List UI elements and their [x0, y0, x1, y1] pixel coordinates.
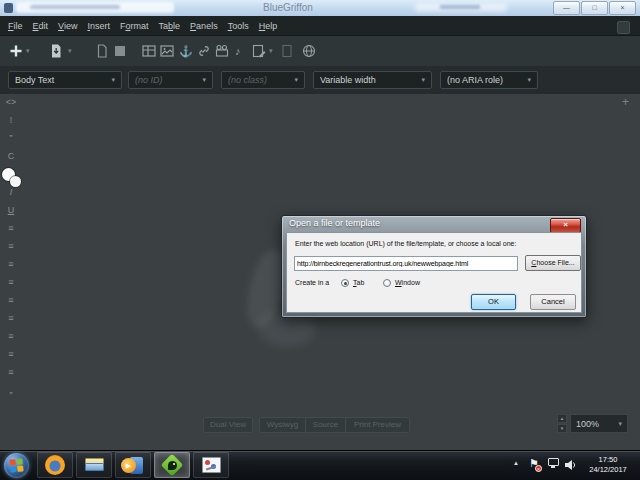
width-select[interactable]: Variable width ▾ [313, 71, 432, 89]
cancel-button[interactable]: Cancel [530, 294, 576, 310]
restore-button[interactable]: □ [581, 1, 608, 15]
menu-help[interactable]: Help [254, 16, 283, 36]
outdent-icon[interactable]: ≡ [8, 368, 13, 377]
form-icon[interactable] [251, 43, 267, 59]
clock-date: 24/12/2017 [586, 465, 630, 475]
desktop: BlueGriffon — □ × FileEditViewInsertForm… [0, 0, 640, 480]
taskbar-explorer-button[interactable] [76, 452, 112, 478]
close-button[interactable]: × [609, 1, 636, 15]
chevron-down-icon: ▾ [294, 76, 298, 84]
aria-role-select[interactable]: (no ARIA role) ▾ [440, 71, 538, 89]
main-toolbar: ▾ ▾ ⚓ ♪ ▾ [0, 36, 640, 67]
start-button[interactable] [4, 453, 29, 478]
justify-icon[interactable]: ≡ [8, 332, 13, 341]
class-select[interactable]: (no class) ▾ [221, 71, 305, 89]
align-right-icon[interactable]: ≡ [8, 314, 13, 323]
align-left-icon[interactable]: ≡ [8, 278, 13, 287]
taskbar-paint-button[interactable] [193, 452, 229, 478]
tab-radio[interactable] [341, 279, 349, 287]
zoom-spinner: ▴ ▾ [557, 414, 567, 434]
globe-icon[interactable] [301, 43, 317, 59]
indent-icon[interactable]: ≡ [8, 350, 13, 359]
anchor-icon[interactable]: ⚓ [179, 45, 193, 58]
align-center-icon[interactable]: ≡ [8, 296, 13, 305]
menu-file[interactable]: File [3, 16, 28, 36]
format-bar: Body Text ▾ (no ID) ▾ (no class) ▾ Varia… [0, 66, 640, 95]
app-icon [4, 3, 13, 13]
plus-dropdown-caret[interactable]: ▾ [26, 47, 30, 55]
document-icon[interactable] [94, 43, 110, 59]
chevron-down-icon: ▾ [618, 420, 622, 428]
zoom-up-button[interactable]: ▴ [557, 414, 567, 423]
media-player-play-icon: ▶ [121, 458, 136, 473]
open-file-icon[interactable] [48, 43, 64, 59]
print-preview-button[interactable]: Print Preview [346, 417, 410, 433]
zoom-down-button[interactable]: ▾ [557, 424, 567, 433]
audio-icon[interactable]: ♪ [235, 45, 241, 58]
definition-list-icon[interactable]: ≡ [8, 260, 13, 269]
window-radio[interactable] [383, 279, 391, 287]
wysiwyg-button[interactable]: Wysiwyg [259, 417, 306, 433]
open-dropdown-caret[interactable]: ▾ [68, 47, 72, 55]
chevron-down-icon: ▾ [421, 76, 425, 84]
action-center-alert-badge: × [535, 465, 542, 472]
script-icon[interactable] [279, 43, 295, 59]
numbered-list-icon[interactable]: ≡ [8, 242, 13, 251]
taskbar-media-player-button[interactable]: ▶ [115, 452, 151, 478]
tab-radio-label[interactable]: Tab [353, 279, 364, 286]
italic-icon[interactable]: I [10, 188, 13, 197]
source-button[interactable]: Source [306, 417, 346, 433]
quotes-icon[interactable]: ” [10, 134, 13, 143]
chevron-down-icon: ▾ [202, 76, 206, 84]
zoom-select[interactable]: 100% ▾ [570, 414, 628, 433]
firefox-icon [45, 455, 65, 475]
id-select[interactable]: (no ID) ▾ [128, 71, 213, 89]
choose-file-button[interactable]: Choose File... [525, 255, 581, 271]
paint-icon [202, 457, 221, 473]
url-input[interactable] [294, 256, 518, 271]
zoom-value: 100% [576, 419, 618, 429]
taskbar-bluegriffon-button[interactable] [154, 452, 190, 478]
windows-flag-icon [9, 458, 23, 472]
menu-view[interactable]: View [53, 16, 82, 36]
menu-format[interactable]: Format [115, 16, 154, 36]
code-icon[interactable]: <> [6, 98, 17, 107]
window-titlebar[interactable]: BlueGriffon — □ × [0, 0, 640, 16]
link-icon[interactable] [196, 43, 212, 59]
dialog-close-button[interactable]: × [550, 218, 581, 233]
clock-time: 17:50 [586, 455, 630, 465]
stop-square-icon[interactable] [112, 43, 128, 59]
ok-button[interactable]: OK [471, 294, 516, 310]
plus-icon[interactable] [8, 43, 24, 59]
blockquote-icon[interactable]: „ [10, 386, 13, 395]
menu-bar: FileEditViewInsertFormatTablePanelsTools… [0, 16, 640, 36]
add-tab-button[interactable]: + [622, 95, 629, 109]
menu-table[interactable]: Table [154, 16, 186, 36]
underline-icon[interactable]: U [8, 206, 15, 215]
form-dropdown-caret[interactable]: ▾ [269, 47, 273, 55]
menu-panels[interactable]: Panels [185, 16, 223, 36]
exclamation-icon[interactable]: ! [10, 116, 13, 125]
open-file-dialog: Open a file or template × Enter the web … [281, 215, 587, 318]
panel-toggle-icon[interactable] [617, 21, 630, 34]
paragraph-format-select[interactable]: Body Text ▾ [8, 71, 122, 89]
taskbar-clock[interactable]: 17:50 24/12/2017 [586, 455, 630, 475]
taskbar-firefox-button[interactable] [37, 452, 73, 478]
dialog-body: Enter the web location (URL) of the file… [286, 232, 582, 313]
speaker-icon[interactable] [564, 457, 577, 475]
insert-table-icon[interactable] [141, 43, 157, 59]
menu-edit[interactable]: Edit [28, 16, 54, 36]
busy-cursor [10, 176, 21, 187]
network-icon[interactable] [548, 458, 559, 466]
window-radio-label[interactable]: Window [395, 279, 420, 286]
minimize-button[interactable]: — [553, 1, 580, 15]
window-controls: — □ × [552, 1, 636, 15]
class-c-icon[interactable]: C [8, 152, 15, 161]
bullet-list-icon[interactable]: ≡ [8, 224, 13, 233]
menu-tools[interactable]: Tools [223, 16, 254, 36]
show-hidden-icons-button[interactable]: ▲ [513, 460, 519, 466]
dual-view-button[interactable]: Dual View [203, 417, 253, 433]
video-icon[interactable] [214, 43, 230, 59]
menu-insert[interactable]: Insert [82, 16, 115, 36]
insert-image-icon[interactable] [159, 43, 175, 59]
